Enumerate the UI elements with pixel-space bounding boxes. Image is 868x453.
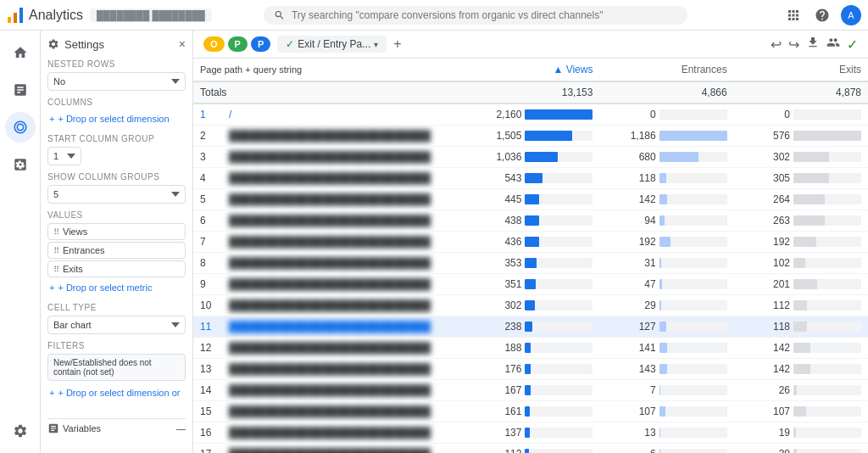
add-tab-button[interactable]: + xyxy=(393,36,401,52)
report-tab-label: Exit / Entry Pa... xyxy=(298,38,370,50)
row-number: 8 xyxy=(193,253,222,274)
row-views: 137 xyxy=(465,422,599,444)
table-row: 6████████████████████████████ 438 94 263 xyxy=(193,210,868,232)
nav-settings[interactable] xyxy=(5,416,36,446)
nested-rows-select[interactable]: No xyxy=(47,72,186,91)
nested-rows-label: NESTED ROWS xyxy=(47,59,186,69)
row-number-label[interactable]: 11 xyxy=(200,321,220,333)
value-chip-entrances[interactable]: ⠿ Entrances xyxy=(47,242,186,259)
row-entrances: 94 xyxy=(599,210,733,232)
nav-explore[interactable] xyxy=(5,112,36,143)
row-number-label: 10 xyxy=(200,299,220,311)
row-path: ████████████████████████████ xyxy=(222,359,465,380)
totals-entrances: 4,866 xyxy=(599,81,733,103)
download-button[interactable] xyxy=(806,36,820,53)
breadcrumb-chip-o[interactable]: O xyxy=(203,36,225,52)
share-button[interactable] xyxy=(826,36,840,53)
minimize-button[interactable]: — xyxy=(176,423,186,433)
row-views: 543 xyxy=(465,168,599,189)
add-column-dimension[interactable]: + + Drop or select dimension xyxy=(47,110,186,127)
row-entrances: 680 xyxy=(599,147,733,168)
row-number-label[interactable]: 1 xyxy=(200,109,220,120)
row-path: ████████████████████████████ xyxy=(222,274,465,295)
entrances-column-header[interactable]: Entrances xyxy=(599,59,733,81)
row-path: ████████████████████████████ xyxy=(222,210,465,232)
report-tab[interactable]: ✓ Exit / Entry Pa... ▾ xyxy=(277,36,387,53)
table-row: 13████████████████████████████ 176 143 1… xyxy=(193,359,868,380)
add-metric[interactable]: + + Drop or select metric xyxy=(47,279,186,296)
row-path: ████████████████████████████ xyxy=(222,253,465,274)
row-number-label: 15 xyxy=(200,405,220,417)
row-exits: 142 xyxy=(734,338,868,359)
table-area[interactable]: Page path + query string ▲ Views Entranc… xyxy=(193,59,868,453)
row-views: 2,160 xyxy=(465,103,599,126)
report-header: O P P ✓ Exit / Entry Pa... ▾ + ↩ ↪ ✓ xyxy=(193,31,868,59)
row-number-label: 2 xyxy=(200,130,220,142)
settings-panel: Settings × NESTED ROWS No COLUMNS + + Dr… xyxy=(41,31,193,453)
settings-close-button[interactable]: × xyxy=(179,37,186,51)
search-input[interactable] xyxy=(292,9,677,21)
row-path: ████████████████████████████ xyxy=(222,380,465,401)
row-exits: 305 xyxy=(734,168,868,189)
cell-type-select[interactable]: Bar chart xyxy=(47,316,186,334)
row-views: 302 xyxy=(465,295,599,316)
row-exits: 263 xyxy=(734,210,868,232)
table-row: 2████████████████████████████ 1,505 1,18… xyxy=(193,126,868,147)
row-number: 15 xyxy=(193,401,222,422)
row-views: 188 xyxy=(465,338,599,359)
row-entrances: 47 xyxy=(599,274,733,295)
add-filter-dimension[interactable]: + + Drop or select dimension or xyxy=(47,384,186,401)
nav-advertising[interactable] xyxy=(5,149,36,180)
row-number: 13 xyxy=(193,359,222,380)
row-number: 7 xyxy=(193,232,222,253)
undo-button[interactable]: ↩ xyxy=(771,36,782,53)
top-nav: Analytics ████████ ████████ A xyxy=(0,0,868,31)
row-path: ████████████████████████████ xyxy=(222,147,465,168)
svg-rect-2 xyxy=(19,8,23,23)
start-column-group-input[interactable] xyxy=(47,147,81,165)
redo-button[interactable]: ↪ xyxy=(788,36,799,53)
table-header: Page path + query string ▲ Views Entranc… xyxy=(193,59,868,81)
breadcrumb-chip-p1[interactable]: P xyxy=(228,36,248,52)
left-nav xyxy=(0,31,41,453)
views-column-header[interactable]: ▲ Views xyxy=(465,59,599,81)
row-number-label: 8 xyxy=(200,257,220,269)
row-exits: 192 xyxy=(734,232,868,253)
variables-label: Variables xyxy=(63,423,101,433)
add-metric-plus-icon: + xyxy=(49,282,54,293)
settings-header: Settings × xyxy=(47,37,186,51)
search-bar[interactable] xyxy=(264,6,687,25)
variables-footer: Variables — xyxy=(47,418,186,438)
table-body: Totals 13,153 4,866 4,878 1/ 2,160 0 0 2… xyxy=(193,81,868,453)
row-exits: 201 xyxy=(734,274,868,295)
totals-row: Totals 13,153 4,866 4,878 xyxy=(193,81,868,103)
table-row: 14████████████████████████████ 167 7 26 xyxy=(193,380,868,401)
row-views: 1,036 xyxy=(465,147,599,168)
row-views: 436 xyxy=(465,232,599,253)
row-path: ████████████████████████████ xyxy=(222,338,465,359)
help-icon[interactable] xyxy=(812,5,832,25)
nav-home[interactable] xyxy=(5,37,36,68)
svg-rect-0 xyxy=(8,17,11,23)
row-path: ████████████████████████████ xyxy=(222,444,465,454)
show-column-groups-label: SHOW COLUMN GROUPS xyxy=(47,172,186,182)
row-views: 351 xyxy=(465,274,599,295)
value-chip-exits[interactable]: ⠿ Exits xyxy=(47,260,186,277)
value-chip-views[interactable]: ⠿ Views xyxy=(47,223,186,240)
row-number-label: 13 xyxy=(200,363,220,375)
row-exits: 107 xyxy=(734,401,868,422)
drag-handle-exits: ⠿ xyxy=(53,265,59,274)
table-row: 7████████████████████████████ 436 192 19… xyxy=(193,232,868,253)
show-column-groups-select[interactable]: 5 xyxy=(47,185,186,204)
row-number: 3 xyxy=(193,147,222,168)
cell-type-label: CELL TYPE xyxy=(47,303,186,312)
row-views: 161 xyxy=(465,401,599,422)
exits-column-header[interactable]: Exits xyxy=(734,59,868,81)
breadcrumb-chip-p2[interactable]: P xyxy=(251,36,270,52)
row-entrances: 7 xyxy=(599,380,733,401)
apps-icon[interactable] xyxy=(783,5,804,25)
row-views: 112 xyxy=(465,444,599,454)
main-content: O P P ✓ Exit / Entry Pa... ▾ + ↩ ↪ ✓ xyxy=(193,31,868,453)
account-icon[interactable]: A xyxy=(841,5,861,25)
nav-reports[interactable] xyxy=(5,75,36,105)
